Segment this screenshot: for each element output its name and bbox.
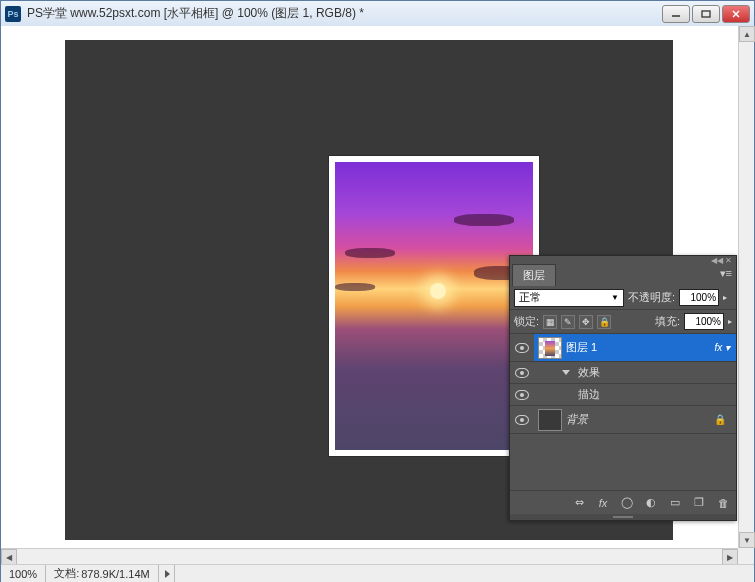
effects-label: 效果 — [578, 365, 600, 380]
scroll-left-button[interactable]: ◀ — [1, 549, 17, 565]
lock-all-icon[interactable]: 🔒 — [597, 315, 611, 329]
layer-row-1[interactable]: 图层 1 fx ▾ — [510, 334, 736, 362]
scroll-corner — [738, 548, 754, 564]
vertical-scrollbar[interactable]: ▲ ▼ — [738, 26, 754, 548]
doc-info[interactable]: 文档: 878.9K/1.14M — [46, 565, 159, 582]
link-layers-icon[interactable]: ⇔ — [570, 495, 588, 511]
blend-mode-value: 正常 — [519, 290, 541, 305]
layer-group-icon[interactable]: ▭ — [666, 495, 684, 511]
window-titlebar: Ps PS学堂 www.52psxt.com [水平相框] @ 100% (图层… — [1, 1, 754, 27]
lock-label: 锁定: — [514, 314, 539, 329]
fill-label: 填充: — [655, 314, 680, 329]
doc-info-value: 878.9K/1.14M — [81, 568, 150, 580]
panel-footer: ⇔ fx ◯ ◐ ▭ ❐ 🗑 — [510, 490, 736, 514]
scroll-right-button[interactable]: ▶ — [722, 549, 738, 565]
horizontal-scrollbar[interactable]: ◀ ▶ — [1, 548, 738, 564]
lock-transparency-icon[interactable]: ▦ — [543, 315, 557, 329]
window-title: PS学堂 www.52psxt.com [水平相框] @ 100% (图层 1,… — [27, 5, 662, 22]
app-icon: Ps — [5, 6, 21, 22]
svg-rect-1 — [702, 11, 710, 17]
layer-stroke-row[interactable]: 描边 — [510, 384, 736, 406]
window-controls — [662, 5, 750, 23]
visibility-toggle-icon[interactable] — [515, 415, 529, 425]
layer-effects-row[interactable]: 效果 — [510, 362, 736, 384]
visibility-toggle-icon[interactable] — [515, 343, 529, 353]
scroll-down-button[interactable]: ▼ — [739, 532, 755, 548]
lock-position-icon[interactable]: ✥ — [579, 315, 593, 329]
sunset-image — [335, 162, 533, 450]
expand-icon[interactable] — [562, 370, 570, 375]
layer-background-row[interactable]: 背景 🔒 — [510, 406, 736, 434]
blend-opacity-row: 正常▼ 不透明度: 100% ▸ — [510, 286, 736, 310]
layer-mask-icon[interactable]: ◯ — [618, 495, 636, 511]
delete-layer-icon[interactable]: 🗑 — [714, 495, 732, 511]
layer-list: 图层 1 fx ▾ 效果 描边 背景 🔒 — [510, 334, 736, 490]
new-layer-icon[interactable]: ❐ — [690, 495, 708, 511]
panel-resize-handle[interactable] — [510, 514, 736, 520]
panel-menu-button[interactable]: ▾≡ — [720, 267, 732, 280]
layer-name[interactable]: 背景 — [566, 412, 588, 427]
visibility-toggle-icon[interactable] — [515, 390, 529, 400]
opacity-input[interactable]: 100% — [679, 289, 719, 306]
lock-icon: 🔒 — [714, 414, 732, 425]
layer-style-icon[interactable]: fx — [594, 495, 612, 511]
close-button[interactable] — [722, 5, 750, 23]
status-bar: 100% 文档: 878.9K/1.14M — [1, 564, 754, 582]
visibility-toggle-icon[interactable] — [515, 368, 529, 378]
layer-thumbnail[interactable] — [538, 409, 562, 431]
stroke-effect-label: 描边 — [578, 387, 600, 402]
lock-pixels-icon[interactable]: ✎ — [561, 315, 575, 329]
blend-mode-dropdown[interactable]: 正常▼ — [514, 289, 624, 307]
adjustment-layer-icon[interactable]: ◐ — [642, 495, 660, 511]
panel-tabs: 图层 ▾≡ — [510, 264, 736, 286]
doc-info-label: 文档: — [54, 566, 79, 581]
scroll-up-button[interactable]: ▲ — [739, 26, 755, 42]
tab-layers[interactable]: 图层 — [512, 264, 556, 286]
layer-name[interactable]: 图层 1 — [566, 340, 597, 355]
maximize-button[interactable] — [692, 5, 720, 23]
panel-collapse-bar[interactable]: ◀◀✕ — [510, 256, 736, 264]
lock-fill-row: 锁定: ▦ ✎ ✥ 🔒 填充: 100% ▸ — [510, 310, 736, 334]
layers-panel[interactable]: ◀◀✕ 图层 ▾≡ 正常▼ 不透明度: 100% ▸ 锁定: ▦ ✎ ✥ 🔒 填… — [509, 255, 737, 521]
zoom-level[interactable]: 100% — [1, 565, 46, 582]
minimize-button[interactable] — [662, 5, 690, 23]
fx-indicator[interactable]: fx ▾ — [714, 342, 732, 353]
doc-info-expand[interactable] — [159, 565, 175, 582]
opacity-label: 不透明度: — [628, 290, 675, 305]
fill-input[interactable]: 100% — [684, 313, 724, 330]
layer-thumbnail[interactable] — [538, 337, 562, 359]
layer-list-empty — [510, 434, 736, 490]
framed-image — [329, 156, 539, 456]
